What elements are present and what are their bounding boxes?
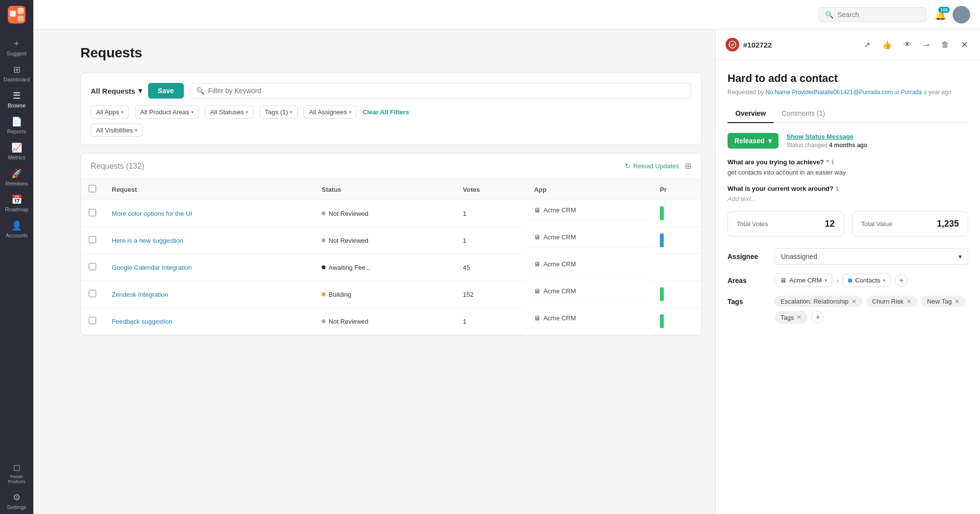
- company-link[interactable]: Purrada: [901, 89, 922, 96]
- filter-statuses[interactable]: All Statuses ▾: [205, 105, 254, 119]
- assignee-row: Assignee Unassigned ▾: [728, 248, 968, 265]
- priority-bar: [660, 206, 664, 220]
- col-request: Request: [104, 179, 314, 200]
- filter-tags[interactable]: Tags (1) ▾: [259, 105, 298, 119]
- info-icon-2[interactable]: ℹ: [836, 185, 838, 192]
- keyword-search[interactable]: 🔍: [190, 83, 691, 99]
- search-input[interactable]: [837, 11, 920, 19]
- close-button[interactable]: ✕: [959, 37, 970, 52]
- sidebar-item-dashboard[interactable]: ⊞ Dashboard: [0, 60, 33, 86]
- area-add-button[interactable]: +: [895, 274, 907, 287]
- delete-button[interactable]: 🗑: [939, 38, 951, 51]
- requester-link[interactable]: No Name ProvidedNatalie061421@Purrada.co…: [765, 89, 893, 96]
- tag-add-button[interactable]: +: [811, 311, 824, 324]
- show-status-link[interactable]: Show Status Message: [786, 133, 867, 140]
- tab-comments[interactable]: Comments (1): [774, 105, 833, 123]
- metrics-row: Total Votes 12 Total Value 1,235: [728, 211, 968, 236]
- status-button[interactable]: Released ▾: [728, 133, 779, 149]
- priority-cell: [652, 227, 701, 254]
- save-button[interactable]: Save: [148, 83, 184, 99]
- monitor-icon: 🖥: [534, 233, 540, 241]
- reload-icon: ↻: [625, 162, 630, 170]
- row-checkbox[interactable]: [89, 236, 96, 243]
- filter-assignees[interactable]: All Assignees ▾: [303, 105, 356, 119]
- top-header: 🔍 🔔 109: [33, 0, 980, 29]
- search-icon: 🔍: [825, 11, 833, 19]
- tag-remove-new-tag[interactable]: ✕: [955, 298, 959, 305]
- tag-remove-churn[interactable]: ✕: [906, 298, 911, 305]
- row-checkbox[interactable]: [89, 317, 96, 324]
- assignee-select[interactable]: Unassigned ▾: [775, 248, 968, 265]
- merge-button[interactable]: ⇀: [921, 38, 931, 51]
- col-votes: Votes: [455, 179, 526, 200]
- left-panel: Requests All Requests ▾ Save 🔍 All Apps …: [67, 29, 715, 514]
- area-color-indicator: [848, 279, 852, 283]
- page-title: Requests: [80, 45, 702, 61]
- dashboard-icon: ⊞: [13, 64, 21, 75]
- app-cell: 🖥Acme CRM: [526, 200, 652, 221]
- sidebar-item-roadmap[interactable]: 📅 Roadmap: [0, 190, 33, 216]
- like-button[interactable]: 👍: [880, 38, 894, 51]
- row-checkbox[interactable]: [89, 290, 96, 297]
- request-link[interactable]: More color options for the UI: [112, 210, 192, 217]
- filter-apps[interactable]: All Apps ▾: [91, 105, 129, 119]
- area-app-chip[interactable]: 🖥 Acme CRM ▾: [775, 274, 832, 287]
- sidebar-item-pendo[interactable]: ◻ PendoProducts: [0, 458, 33, 488]
- row-checkbox[interactable]: [89, 209, 96, 216]
- notification-button[interactable]: 🔔 109: [934, 9, 947, 21]
- app-logo[interactable]: [6, 4, 27, 26]
- tag-tags: Tags ✕: [775, 311, 807, 324]
- reload-button[interactable]: ↻ Reload Updates: [625, 162, 679, 170]
- arrow-right-icon: ›: [836, 277, 839, 284]
- select-all-checkbox[interactable]: [89, 185, 96, 192]
- sidebar-item-browse[interactable]: ☰ Browse: [0, 86, 33, 112]
- request-link[interactable]: Feedback suggestion: [112, 318, 173, 325]
- area-contacts-chip[interactable]: Contacts ▾: [843, 274, 891, 287]
- suggest-icon: ＋: [12, 37, 21, 49]
- svg-rect-3: [18, 16, 24, 22]
- sidebar-item-reports[interactable]: 📄 Reports: [0, 112, 33, 138]
- request-link[interactable]: Here is a new suggestion: [112, 237, 183, 244]
- requests-table-card: Requests (132) ↻ Reload Updates ⊞: [80, 153, 702, 335]
- sidebar: ＋ Suggest ⊞ Dashboard ☰ Browse 📄 Reports…: [0, 0, 33, 514]
- roadmap-icon: 📅: [11, 194, 22, 205]
- votes-cell: 1: [455, 200, 526, 227]
- sidebar-item-accounts[interactable]: 👤 Accounts: [0, 216, 33, 242]
- sidebar-item-settings[interactable]: ⚙ Settings: [0, 488, 33, 514]
- sidebar-item-metrics[interactable]: 📈 Metrics: [0, 138, 33, 164]
- table-row: Here is a new suggestion Not Reviewed 1 …: [81, 227, 701, 254]
- field-workaround: What is your current work around? ℹ Add …: [728, 185, 968, 203]
- tag-remove-escalation[interactable]: ✕: [852, 298, 856, 305]
- keyword-input[interactable]: [208, 87, 685, 95]
- tag-new-tag: New Tag ✕: [921, 296, 965, 307]
- field-workaround-placeholder[interactable]: Add text...: [728, 195, 968, 203]
- view-selector[interactable]: All Requests ▾: [91, 86, 142, 95]
- col-status: Status: [314, 179, 455, 200]
- areas-value: 🖥 Acme CRM ▾ › Contacts ▾ +: [775, 274, 907, 287]
- status-dot-icon: [322, 238, 326, 242]
- clear-filters-button[interactable]: Clear All Filters: [363, 108, 409, 116]
- request-link[interactable]: Google Calendar Integration: [112, 264, 192, 271]
- accounts-icon: 👤: [11, 220, 22, 231]
- status-cell: Awaiting Fee...: [322, 264, 371, 271]
- open-external-button[interactable]: ↗: [862, 38, 872, 51]
- chevron-down-icon: ▾: [138, 86, 142, 95]
- reports-icon: 📄: [11, 116, 22, 127]
- priority-cell: [652, 281, 701, 308]
- select-all-header: [81, 179, 104, 200]
- filter-product-areas[interactable]: All Product Areas ▾: [135, 105, 199, 119]
- tag-remove-tags[interactable]: ✕: [797, 314, 802, 321]
- table-row: Google Calendar Integration Awaiting Fee…: [81, 254, 701, 281]
- info-icon[interactable]: ℹ: [831, 159, 834, 166]
- sidebar-item-releases[interactable]: 🚀 Releases: [0, 164, 33, 190]
- tab-overview[interactable]: Overview: [728, 105, 774, 123]
- avatar[interactable]: [953, 6, 970, 24]
- search-box[interactable]: 🔍: [819, 7, 927, 22]
- request-link[interactable]: Zendesk Integration: [112, 291, 168, 298]
- watch-button[interactable]: 👁: [902, 38, 913, 51]
- sidebar-item-suggest[interactable]: ＋ Suggest: [0, 33, 33, 60]
- columns-button[interactable]: ⊞: [685, 161, 691, 171]
- monitor-icon: 🖥: [534, 314, 540, 322]
- row-checkbox[interactable]: [89, 263, 96, 270]
- filter-visibility[interactable]: All Visibilities ▾: [91, 124, 143, 137]
